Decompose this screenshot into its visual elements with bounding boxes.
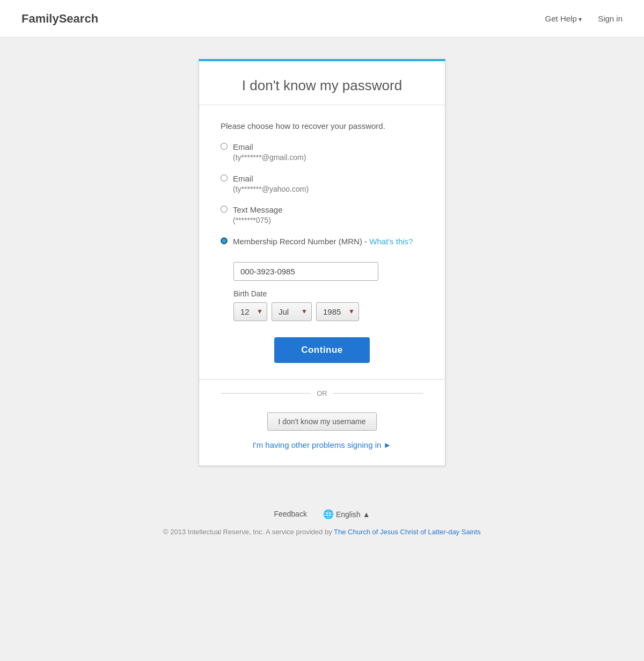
globe-icon: 🌐 [323,510,334,519]
or-text: OR [317,389,327,397]
continue-section: Continue [221,337,423,363]
radio-label-email2[interactable]: Email (ty*******@yahoo.com) [233,173,309,195]
radio-option-text: Text Message (*******075) [221,204,423,226]
radio-option-email2: Email (ty*******@yahoo.com) [221,173,423,195]
or-line-right [333,393,423,394]
radio-label-email1[interactable]: Email (ty*******@gmail.com) [233,141,306,163]
card-footer: I don't know my username I'm having othe… [199,407,445,466]
church-link[interactable]: The Church of Jesus Christ of Latter-day… [334,528,481,536]
password-recovery-card: I don't know my password Please choose h… [199,59,445,466]
main-content: I don't know my password Please choose h… [0,38,644,488]
radio-label-text[interactable]: Text Message (*******075) [233,204,283,226]
or-line-left [221,393,311,394]
radio-email2[interactable] [221,175,228,181]
header: FamilySearch Get Help Sign in [0,0,644,38]
radio-option-mrn: Membership Record Number (MRN) - What's … [221,236,423,247]
radio-label-mrn[interactable]: Membership Record Number (MRN) - What's … [233,236,413,247]
get-help-link[interactable]: Get Help [545,14,582,23]
card-header: I don't know my password [199,61,445,105]
card-body: Please choose how to recover your passwo… [199,105,445,380]
page-footer: Feedback 🌐English ▲ © 2013 Intellectual … [0,488,644,547]
footer-copyright: © 2013 Intellectual Reserve, Inc. A serv… [11,528,633,536]
month-select[interactable]: JanFebMarApr MayJunJulAug SepOctNovDec [272,302,312,321]
day-select[interactable]: 1234 5678 9101112 13141516 17181920 2122… [233,302,267,321]
problems-signing-in-link[interactable]: I'm having other problems signing in ► [221,440,423,449]
or-divider: OR [199,380,445,407]
radio-option-email1: Email (ty*******@gmail.com) [221,141,423,163]
header-nav: Get Help Sign in [545,14,623,23]
year-select[interactable]: 1980198119821983 1984198519861987 198819… [316,302,359,321]
language-link[interactable]: 🌐English ▲ [323,509,370,519]
day-select-wrapper: 1234 5678 9101112 13141516 17181920 2122… [233,302,267,321]
birth-date-label: Birth Date [233,289,423,298]
feedback-link[interactable]: Feedback [274,510,306,518]
radio-email1[interactable] [221,143,228,150]
footer-links: Feedback 🌐English ▲ [11,509,633,519]
birth-date-selects: 1234 5678 9101112 13141516 17181920 2122… [233,302,423,321]
card-title: I don't know my password [221,77,423,94]
radio-text[interactable] [221,206,228,213]
month-select-wrapper: JanFebMarApr MayJunJulAug SepOctNovDec ▼ [272,302,312,321]
year-select-wrapper: 1980198119821983 1984198519861987 198819… [316,302,359,321]
sign-in-link[interactable]: Sign in [598,14,623,23]
radio-mrn[interactable] [221,237,228,244]
mrn-whats-this-link[interactable]: What's this? [369,237,413,246]
logo[interactable]: FamilySearch [21,12,98,26]
continue-button[interactable]: Continue [274,337,370,363]
instruction-text: Please choose how to recover your passwo… [221,121,423,130]
dont-know-username-button[interactable]: I don't know my username [267,412,377,431]
mrn-input[interactable] [233,262,378,281]
